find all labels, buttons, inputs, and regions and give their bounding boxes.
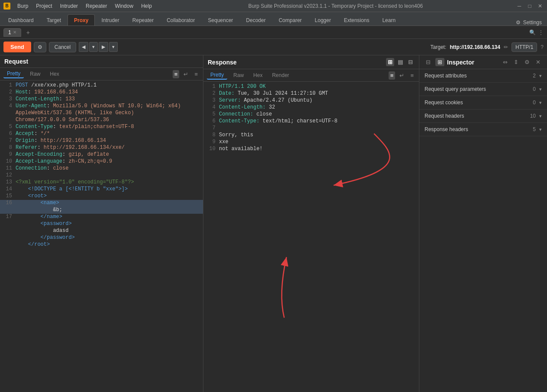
line-content: </name> [16,214,201,221]
toolbar: Send ⚙ Cancel ◀ ▾ ▶ ▾ Target: http://192… [0,39,547,55]
cancel-button[interactable]: Cancel [49,42,76,52]
menu-item-window[interactable]: Window [111,2,137,10]
nav-tab-logger[interactable]: Logger [308,14,337,26]
request-panel-header: Request [0,55,203,68]
response-format-icon[interactable]: ≡ [389,71,396,80]
inspector-row[interactable]: Request attributes 2 ▾ [419,69,547,83]
nav-tab-target[interactable]: Target [40,14,68,26]
repeater-tab-1[interactable]: 1 ✕ [3,28,21,37]
send-button[interactable]: Send [3,42,31,52]
response-view-icon3[interactable]: ⊟ [406,58,415,66]
nav-tab-collaborator[interactable]: Collaborator [160,14,201,26]
request-line: &b; [0,207,203,214]
nav-tab-dashboard[interactable]: Dashboard [2,14,40,26]
inspector-view-icon2[interactable]: ⊞ [435,58,444,66]
nav-tab-decoder[interactable]: Decoder [240,14,272,26]
line-number: 15 [2,193,12,200]
prev-button[interactable]: ◀ [79,42,88,52]
inspector-row[interactable]: Request query parameters 0 ▾ [419,83,547,96]
nav-tab-proxy[interactable]: Proxy [68,14,95,26]
nav-tab-comparer[interactable]: Comparer [272,14,308,26]
response-view-icon2[interactable]: ▤ [396,58,405,66]
tab-pretty-response[interactable]: Pretty [207,71,227,80]
response-wrap-icon[interactable]: ↵ [398,71,406,80]
settings-tab[interactable]: ⚙ Settings [512,19,545,26]
response-line: 9xxe [203,139,419,146]
maximize-button[interactable]: □ [526,3,533,10]
nav-tab-intruder[interactable]: Intruder [95,14,125,26]
tab-raw-response[interactable]: Raw [230,71,247,79]
inspector-settings-icon[interactable]: ⚙ [522,58,532,66]
inspector-close-icon[interactable]: ✕ [534,58,543,66]
menu-item-project[interactable]: Project [32,2,55,10]
chevron-down-icon: ▾ [539,113,542,119]
request-line: 2Host: 192.168.66.134 [0,89,203,96]
line-number: 9 [2,151,12,158]
line-content: </root> [16,241,201,248]
line-number [2,235,12,241]
request-line: 1POST /xxe/xxe.php HTTP/1.1 [0,82,203,89]
line-number: 4 [205,104,216,111]
repeater-tab-bar: 1 ✕ + 🔍 ⋮ [0,26,547,39]
nav-tab-extensions[interactable]: Extensions [338,14,376,26]
line-content: not available! [219,146,417,153]
inspector-row-label: Request attributes [425,73,533,79]
more-options-icon[interactable]: ⋮ [538,29,544,35]
menu-item-help[interactable]: Help [138,2,155,10]
line-number: 7 [205,125,216,132]
inspector-row-label: Response headers [425,126,533,132]
response-line: 1HTTP/1.1 200 OK [203,84,419,90]
tab-close-icon[interactable]: ✕ [13,30,16,35]
next-dropdown-button[interactable]: ▾ [109,42,118,52]
line-content: Origin: http://192.168.66.134 [16,138,201,145]
nav-tab-learn[interactable]: Learn [376,14,402,26]
prev-dropdown-button[interactable]: ▾ [89,42,98,52]
request-wrap-icon[interactable]: ↵ [182,70,190,78]
minimize-button[interactable]: ─ [516,3,523,10]
next-button[interactable]: ▶ [99,42,108,52]
tab-hex-request[interactable]: Hex [46,70,62,78]
line-content: Content-Length: 32 [219,104,417,111]
request-line: 9Accept-Encoding: gzip, deflate [0,151,203,158]
tab-hex-response[interactable]: Hex [250,71,266,79]
line-number: 10 [205,146,216,153]
menu-item-repeater[interactable]: Repeater [82,2,110,10]
inspector-align-icon[interactable]: ⇔ [501,58,510,66]
nav-tab-sequencer[interactable]: Sequencer [202,14,240,26]
request-line: 14 <!DOCTYPE a [<!ENTITY b "xxe">]> [0,186,203,193]
nav-tab-repeater[interactable]: Repeater [126,14,160,26]
search-icon[interactable]: 🔍 [529,29,536,35]
request-format-icon[interactable]: ≡ [173,70,180,78]
inspector-collapse-icon[interactable]: ⇕ [512,58,521,66]
menu-item-intruder[interactable]: Intruder [57,2,81,10]
inspector-row[interactable]: Request cookies 0 ▾ [419,96,547,109]
request-line: 4User-Agent: Mozilla/5.0 (Windows NT 10.… [0,103,203,110]
target-prefix: Target: [431,44,447,50]
menu-bar: BurpProjectIntruderRepeaterWindowHelp [14,2,155,10]
close-button[interactable]: ✕ [537,3,544,10]
inspector-row-label: Request query parameters [425,86,533,92]
inspector-row[interactable]: Request headers 10 ▾ [419,109,547,123]
tab-raw-request[interactable]: Raw [26,70,44,78]
line-content: &b; [16,207,201,214]
add-tab-button[interactable]: + [23,28,33,37]
request-line: 3Content-Length: 133 [0,96,203,103]
request-line: </password> [0,235,203,241]
line-content [219,125,417,132]
http-version-selector[interactable]: HTTP/1 [512,42,537,52]
tab-render-response[interactable]: Render [269,71,293,79]
line-content: Sorry, this [219,132,417,139]
edit-target-icon[interactable]: ✏ [504,44,508,50]
inspector-title: Inspector [447,59,498,66]
response-more-icon[interactable]: ≡ [409,71,415,80]
menu-item-burp[interactable]: Burp [14,2,32,10]
help-icon[interactable]: ? [541,44,544,50]
inspector-view-icon1[interactable]: ⊟ [424,58,433,66]
inspector-row[interactable]: Response headers 5 ▾ [419,123,547,136]
response-view-icon1[interactable]: ⊞ [386,58,394,66]
line-number: 14 [2,186,12,193]
tab-pretty-request[interactable]: Pretty [3,70,24,78]
settings-dropdown-button[interactable]: ⚙ [34,42,46,52]
request-more-icon[interactable]: ≡ [193,70,199,78]
request-line: Chrome/127.0.0.0 Safari/537.36 [0,117,203,124]
